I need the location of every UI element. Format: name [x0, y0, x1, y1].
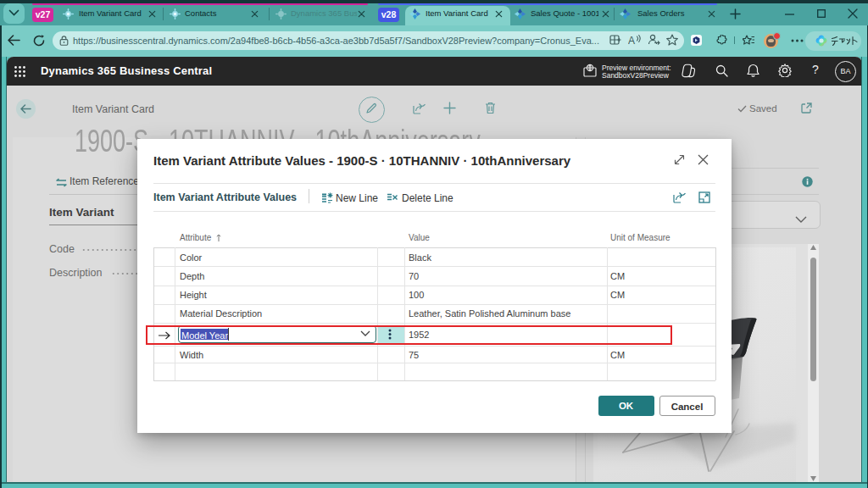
svg-text:A: A — [628, 35, 635, 46]
